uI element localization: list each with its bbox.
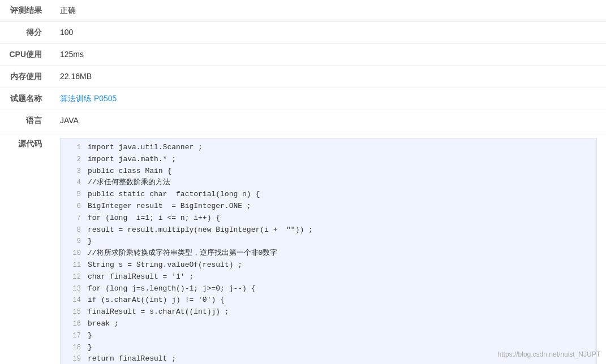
line-content: return finalResult ; (88, 353, 176, 364)
line-number: 13 (65, 284, 81, 294)
cpu-row: CPU使用 125ms (0, 44, 606, 66)
result-label: 评测结果 (0, 0, 51, 22)
line-number: 17 (65, 331, 81, 341)
code-line: 15finalResult = s.charAt((int)j) ; (61, 306, 596, 318)
line-number: 2 (65, 154, 81, 165)
memory-value: 22.16MB (51, 66, 606, 88)
line-content: public class Main { (88, 166, 171, 177)
line-number: 10 (65, 248, 81, 259)
line-number: 3 (65, 166, 81, 177)
line-content: String s = String.valueOf(result) ; (88, 259, 242, 271)
line-content: char finalResult = '1' ; (88, 271, 194, 283)
memory-row: 内存使用 22.16MB (0, 66, 606, 88)
line-number: 1 (65, 142, 81, 153)
problem-value: 算法训练 P0505 (51, 88, 606, 110)
cpu-label: CPU使用 (0, 44, 51, 66)
code-line: 7for (long i=1; i <= n; i++) { (61, 213, 596, 224)
code-line: 9} (61, 236, 596, 248)
line-content: break ; (88, 318, 119, 330)
result-row: 评测结果 正确 (0, 0, 606, 22)
line-number: 12 (65, 272, 81, 283)
code-line: 1import java.util.Scanner ; (61, 142, 596, 154)
code-line: 16break ; (61, 318, 596, 330)
score-row: 得分 100 (0, 22, 606, 44)
code-line: 6BigInteger result = BigInteger.ONE ; (61, 201, 596, 213)
line-number: 5 (65, 189, 81, 200)
code-row: 源代码 1import java.util.Scanner ;2import j… (0, 132, 606, 365)
code-line: 5public static char factorial(long n) { (61, 189, 596, 201)
cpu-value: 125ms (51, 44, 606, 66)
language-row: 语言 JAVA (0, 110, 606, 132)
problem-link[interactable]: 算法训练 P0505 (60, 94, 117, 103)
line-content: } (88, 342, 92, 354)
line-content: for (long j=s.length()-1; j>=0; j--) { (88, 283, 255, 295)
language-value: JAVA (51, 110, 606, 132)
code-line: 13for (long j=s.length()-1; j>=0; j--) { (61, 283, 596, 295)
line-number: 4 (65, 177, 81, 188)
line-number: 15 (65, 307, 81, 318)
info-table: 评测结果 正确 得分 100 CPU使用 125ms 内存使用 22.16MB … (0, 0, 606, 364)
line-number: 8 (65, 225, 81, 236)
code-line: 3public class Main { (61, 166, 596, 177)
memory-label: 内存使用 (0, 66, 51, 88)
line-number: 9 (65, 236, 81, 247)
line-number: 6 (65, 201, 81, 212)
code-line: 8result = result.multiply(new BigInteger… (61, 224, 596, 236)
code-line: 14if (s.charAt((int) j) != '0') { (61, 294, 596, 306)
code-value: 1import java.util.Scanner ;2import java.… (51, 132, 606, 365)
problem-label: 试题名称 (0, 88, 51, 110)
line-number: 7 (65, 213, 81, 224)
line-content: import java.util.Scanner ; (88, 142, 203, 154)
code-line: 10//将所求阶乘转换成字符串类型，逆序找出第一个非0数字 (61, 248, 596, 259)
language-label: 语言 (0, 110, 51, 132)
code-label: 源代码 (0, 132, 51, 365)
line-content: } (88, 236, 92, 248)
line-content: result = result.multiply(new BigInteger(… (88, 224, 313, 236)
result-value: 正确 (51, 0, 606, 22)
line-number: 19 (65, 354, 81, 364)
line-content: public static char factorial(long n) { (88, 189, 260, 201)
code-block: 1import java.util.Scanner ;2import java.… (60, 138, 597, 364)
code-line: 11String s = String.valueOf(result) ; (61, 259, 596, 271)
code-line: 4//求任何整数阶乘的方法 (61, 177, 596, 189)
line-number: 16 (65, 319, 81, 330)
code-line: 17} (61, 330, 596, 342)
code-line: 2import java.math.* ; (61, 154, 596, 166)
problem-row: 试题名称 算法训练 P0505 (0, 88, 606, 110)
line-number: 14 (65, 295, 81, 306)
line-content: BigInteger result = BigInteger.ONE ; (88, 201, 251, 213)
line-content: //求任何整数阶乘的方法 (88, 177, 170, 189)
line-content: import java.math.* ; (88, 154, 176, 166)
line-content: if (s.charAt((int) j) != '0') { (88, 294, 225, 306)
code-line: 12char finalResult = '1' ; (61, 271, 596, 283)
line-content: finalResult = s.charAt((int)j) ; (88, 306, 229, 318)
line-number: 18 (65, 343, 81, 353)
line-number: 11 (65, 260, 81, 271)
score-value: 100 (51, 22, 606, 44)
line-content: //将所求阶乘转换成字符串类型，逆序找出第一个非0数字 (88, 248, 277, 259)
watermark: https://blog.csdn.net/nuist_NJUPT (498, 350, 600, 358)
line-content: } (88, 330, 92, 342)
line-content: for (long i=1; i <= n; i++) { (88, 213, 220, 224)
score-label: 得分 (0, 22, 51, 44)
